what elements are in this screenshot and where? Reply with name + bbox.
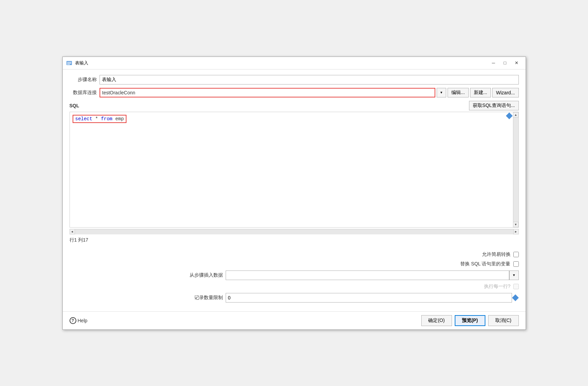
dialog-content: 步骤名称 数据库连接 ▾ 编辑... 新建... Wizard... SQL 获… xyxy=(63,70,526,311)
sql-symbol-star: * xyxy=(95,116,101,122)
allow-simple-convert-checkbox[interactable] xyxy=(513,252,519,257)
sql-section: SQL 获取SQL查询语句... ▲ ▼ select * from xyxy=(70,101,519,245)
svg-rect-3 xyxy=(67,64,70,65)
sql-keyword-select: select xyxy=(75,116,92,122)
bottom-bar: ? Help 确定(O) 预览(P) 取消(C) xyxy=(63,311,526,329)
sql-label: SQL xyxy=(70,103,79,108)
step-name-row: 步骤名称 xyxy=(70,75,519,84)
wizard-button[interactable]: Wizard... xyxy=(492,88,518,97)
preview-button[interactable]: 预览(P) xyxy=(455,315,485,326)
window-controls: ─ □ ✕ xyxy=(488,59,522,67)
step-name-label: 步骤名称 xyxy=(70,77,97,83)
from-step-controls: ▾ xyxy=(226,271,519,280)
window-title: 表输入 xyxy=(75,60,488,66)
sql-status-bar: 行1 列17 xyxy=(70,236,519,245)
scroll-track-v[interactable] xyxy=(513,118,518,222)
cancel-button[interactable]: 取消(C) xyxy=(488,315,519,326)
from-step-dropdown-button[interactable]: ▾ xyxy=(509,271,519,280)
allow-simple-convert-label: 允许简易转换 xyxy=(482,251,511,258)
record-limit-diamond-icon xyxy=(512,294,519,301)
svg-rect-2 xyxy=(67,63,71,64)
db-connection-row: 数据库连接 ▾ 编辑... 新建... Wizard... xyxy=(70,88,519,97)
minimize-button[interactable]: ─ xyxy=(488,59,499,67)
step-name-input[interactable] xyxy=(100,75,519,84)
help-circle-icon: ? xyxy=(70,317,76,324)
scroll-track-h[interactable] xyxy=(75,229,513,234)
maximize-button[interactable]: □ xyxy=(500,59,511,67)
sql-editor-area[interactable]: select * from emp xyxy=(70,112,513,227)
title-bar: 表输入 ─ □ ✕ xyxy=(63,57,526,70)
db-connection-controls: ▾ 编辑... 新建... Wizard... xyxy=(100,88,519,97)
execute-each-row-checkbox[interactable] xyxy=(513,284,519,289)
execute-each-row-row: 执行每一行? xyxy=(70,283,519,290)
confirm-button[interactable]: 确定(O) xyxy=(421,315,452,326)
record-limit-controls xyxy=(226,293,519,303)
window-icon xyxy=(66,60,72,66)
sql-horizontal-scrollbar[interactable]: ◄ ► xyxy=(70,229,519,234)
record-limit-input[interactable] xyxy=(226,293,512,303)
db-connection-dropdown-button[interactable]: ▾ xyxy=(437,88,446,97)
main-window: 表输入 ─ □ ✕ 步骤名称 数据库连接 ▾ 编辑... 新建... Wizar… xyxy=(62,57,526,330)
from-step-input[interactable] xyxy=(226,271,509,280)
replace-sql-vars-row: 替换 SQL 语句里的变量 xyxy=(70,261,519,267)
sql-editor-container: ▲ ▼ select * from emp xyxy=(70,112,519,228)
sql-table-name: emp xyxy=(115,116,124,122)
help-label: Help xyxy=(78,318,88,323)
scroll-left-arrow[interactable]: ◄ xyxy=(70,229,75,234)
record-limit-label: 记录数量限制 xyxy=(194,295,223,301)
scroll-right-arrow[interactable]: ► xyxy=(513,229,519,234)
from-step-row: 从步骤插入数据 ▾ xyxy=(70,271,519,280)
get-sql-button[interactable]: 获取SQL查询语句... xyxy=(469,101,519,110)
close-button[interactable]: ✕ xyxy=(511,59,522,67)
replace-sql-vars-label: 替换 SQL 语句里的变量 xyxy=(460,261,510,267)
sql-keyword-from: from xyxy=(101,116,112,122)
allow-simple-convert-row: 允许简易转换 xyxy=(70,251,519,258)
edit-connection-button[interactable]: 编辑... xyxy=(448,88,469,97)
from-step-label: 从步骤插入数据 xyxy=(190,272,223,278)
scroll-down-arrow[interactable]: ▼ xyxy=(513,222,518,227)
new-connection-button[interactable]: 新建... xyxy=(470,88,491,97)
scroll-up-arrow[interactable]: ▲ xyxy=(513,112,518,118)
options-section: 允许简易转换 替换 SQL 语句里的变量 从步骤插入数据 ▾ 执行每一行? xyxy=(70,248,519,306)
db-connection-label: 数据库连接 xyxy=(70,90,97,96)
execute-each-row-label: 执行每一行? xyxy=(484,283,511,290)
sql-diamond-icon xyxy=(507,113,512,118)
replace-sql-vars-checkbox[interactable] xyxy=(513,261,519,267)
db-connection-input[interactable] xyxy=(100,88,435,97)
sql-vertical-scrollbar[interactable]: ▲ ▼ xyxy=(513,112,518,227)
sql-header: SQL 获取SQL查询语句... xyxy=(70,101,519,110)
record-limit-row: 记录数量限制 xyxy=(70,293,519,303)
sql-text: select * from emp xyxy=(73,115,127,123)
help-button[interactable]: ? Help xyxy=(70,317,88,324)
svg-rect-1 xyxy=(67,62,71,63)
